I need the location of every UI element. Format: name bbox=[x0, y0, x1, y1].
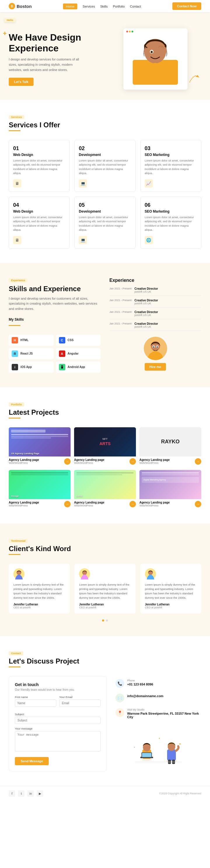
portfolio-type-3: Web/WordPress bbox=[139, 461, 170, 464]
contact-underline bbox=[9, 666, 21, 668]
first-name-label: First name bbox=[15, 695, 56, 699]
portfolio-name-1: Agency Landing page bbox=[9, 458, 39, 461]
skills-underline bbox=[9, 325, 21, 326]
portfolio-link-6[interactable]: → bbox=[195, 501, 201, 507]
hire-me-button[interactable]: Hire me bbox=[145, 363, 166, 371]
skill-css-label: CSS bbox=[68, 339, 74, 342]
portfolio-link-4[interactable]: → bbox=[64, 501, 71, 507]
email-group: Your Email bbox=[59, 695, 101, 707]
service-num-1: 01 bbox=[13, 146, 65, 152]
send-message-button[interactable]: Send Message bbox=[15, 757, 49, 765]
email-input[interactable] bbox=[59, 700, 101, 707]
service-desc-2: Lorem ipsum dolor sit amet, consectetur … bbox=[79, 159, 131, 175]
svg-rect-23 bbox=[142, 753, 151, 757]
logo-icon: B bbox=[9, 3, 15, 9]
service-card-2: 02 Development Lorem ipsum dolor sit ame… bbox=[74, 140, 135, 192]
css-icon: C bbox=[59, 337, 65, 343]
service-name-3: SEO Marketing bbox=[145, 153, 197, 157]
nav-item-home[interactable]: Home bbox=[63, 4, 77, 8]
hero-image-area bbox=[109, 28, 201, 90]
testimonial-text-2: Lorem ipsum is simply dummy text of the … bbox=[79, 582, 131, 600]
arrow-decoration bbox=[188, 72, 200, 84]
phone-icon: 📞 bbox=[115, 679, 124, 688]
portfolio-tag: Portfolio bbox=[9, 402, 24, 407]
map-icon: 📍 bbox=[115, 708, 124, 717]
exp-item-4: Jan 2021 - Present Creative Director pot… bbox=[109, 322, 201, 331]
svg-text:✦: ✦ bbox=[159, 737, 161, 740]
skills-left-panel: Experience Skills and Experience I desig… bbox=[9, 278, 101, 373]
service-num-4: 04 bbox=[13, 202, 65, 208]
form-name-email-row: First name Your Email bbox=[15, 695, 101, 710]
service-num-6: 06 bbox=[145, 202, 197, 208]
testimonial-avatar-3 bbox=[145, 568, 156, 580]
service-name-6: SEO Marketing bbox=[145, 209, 197, 214]
testimonial-text-3: Lorem ipsum is simply dummy text of the … bbox=[145, 582, 197, 600]
skill-android: 📱 Android App bbox=[56, 362, 101, 373]
portfolio-thumb-3: RAYKO bbox=[139, 427, 201, 457]
service-desc-4: Lorem ipsum dolor sit amet, consectetur … bbox=[13, 215, 65, 232]
testimonial-dot-2[interactable] bbox=[106, 619, 108, 621]
message-label: Your message bbox=[15, 727, 101, 730]
svg-text:✦: ✦ bbox=[134, 746, 135, 748]
message-textarea[interactable] bbox=[15, 731, 101, 751]
hero-content: + Hello We Have Design Experience I desi… bbox=[9, 32, 101, 86]
nav-item-skills[interactable]: Skills bbox=[100, 4, 108, 8]
service-desc-1: Lorem ipsum dolor sit amet, consectetur … bbox=[13, 159, 65, 175]
exp-date-1: Jan 2021 - Present bbox=[109, 287, 132, 290]
social-youtube[interactable]: ▶ bbox=[37, 790, 43, 797]
first-name-input[interactable] bbox=[15, 700, 56, 707]
exp-date-3: Jan 2021 - Present bbox=[109, 310, 132, 313]
contact-illustration: ✦ ✦ ✦ bbox=[115, 724, 201, 766]
service-icon-6: 🌐 bbox=[145, 236, 153, 244]
phone-info: 📞 Phone +01 123 654 8096 bbox=[115, 679, 201, 688]
testimonial-position-1: CEO at potshft bbox=[13, 606, 65, 609]
exp-item-1: Jan 2021 - Present Creative Director pot… bbox=[109, 287, 201, 296]
phone-label: Phone bbox=[127, 679, 153, 682]
portfolio-item-2: NFT ARTS Agency Landing page Web/WordPre… bbox=[74, 427, 136, 466]
logo: B Boston bbox=[9, 3, 32, 9]
svg-point-3 bbox=[151, 51, 153, 53]
logo-text: Boston bbox=[16, 4, 32, 9]
angular-icon: A bbox=[59, 350, 65, 357]
hero-title: We Have Design Experience bbox=[9, 32, 101, 54]
dot-yellow bbox=[129, 31, 131, 32]
skills-grid: H HTML C CSS R React JS A Angular i iOS … bbox=[9, 335, 101, 373]
portfolio-link-1[interactable]: → bbox=[64, 458, 71, 465]
portfolio-link-3[interactable]: → bbox=[195, 458, 201, 465]
exp-role-1: Creative Director bbox=[135, 287, 201, 290]
nav-item-portfolio[interactable]: Portfolio bbox=[113, 4, 125, 8]
svg-point-9 bbox=[153, 346, 154, 348]
testimonial-avatar-svg-2 bbox=[79, 568, 90, 580]
hero-person-svg bbox=[133, 34, 178, 85]
social-twitter[interactable]: t bbox=[18, 790, 25, 797]
contact-now-button[interactable]: Contact Now bbox=[172, 2, 201, 10]
experience-title: Experience bbox=[109, 278, 201, 283]
testimonials-tag: Testimonial bbox=[9, 539, 28, 543]
portfolio-type-6: Web/WordPress bbox=[139, 504, 170, 507]
skill-react: R React JS bbox=[9, 348, 54, 359]
testimonial-name-1: Jennifer Lutheran bbox=[13, 603, 65, 606]
hero-badge: Hello bbox=[4, 18, 15, 22]
nav-item-services[interactable]: Services bbox=[82, 4, 95, 8]
title-underline bbox=[9, 130, 21, 131]
portfolio-thumb-4: Design bbox=[9, 470, 71, 499]
portfolio-name-3: Agency Landing page bbox=[139, 458, 170, 461]
hero-cta-button[interactable]: Let's Talk bbox=[9, 78, 34, 86]
nav-item-contact[interactable]: Contact bbox=[130, 4, 141, 8]
first-name-group: First name bbox=[15, 695, 56, 707]
form-title: Get in touch bbox=[15, 682, 101, 687]
nav-links: Home Services Skills Portfolio Contact bbox=[63, 4, 141, 8]
footer-social-links: f t in ▶ bbox=[9, 790, 43, 797]
social-facebook[interactable]: f bbox=[9, 790, 15, 797]
service-card-6: 06 SEO Marketing Lorem ipsum dolor sit a… bbox=[140, 196, 201, 249]
skill-android-label: Android App bbox=[68, 365, 85, 369]
skills-title: Skills and Experience bbox=[9, 285, 101, 293]
portfolio-link-5[interactable]: → bbox=[130, 501, 136, 507]
social-linkedin[interactable]: in bbox=[27, 790, 34, 797]
contact-form: Get in touch Our friendly team would lov… bbox=[9, 676, 107, 771]
services-title: Services I Offer bbox=[9, 121, 201, 129]
testimonial-dot-1[interactable] bbox=[102, 619, 104, 621]
experience-photo bbox=[144, 337, 167, 360]
subject-input[interactable] bbox=[15, 717, 101, 724]
portfolio-link-2[interactable]: → bbox=[130, 458, 136, 465]
